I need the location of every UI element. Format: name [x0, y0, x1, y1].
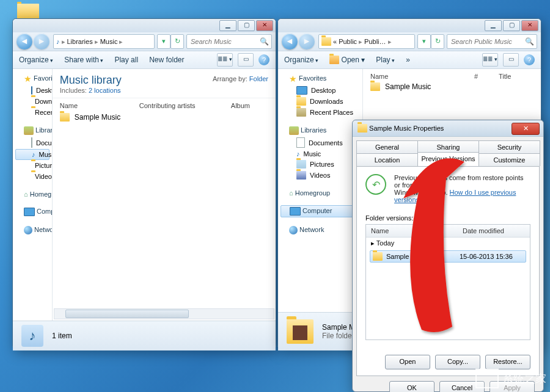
refresh-button[interactable]: ↻ — [170, 34, 184, 49]
col-date[interactable]: Date modified — [463, 227, 504, 234]
organize-menu[interactable]: Organize — [19, 56, 53, 64]
nav-documents[interactable]: Documents — [278, 136, 362, 149]
nav-favorites-header[interactable]: ★ Favorites — [13, 73, 52, 85]
arrange-by-value[interactable]: Folder — [249, 75, 268, 82]
locations-link[interactable]: 2 locations — [89, 87, 121, 94]
list-item[interactable]: Sample Music — [53, 111, 276, 124]
search-input[interactable] — [189, 37, 260, 46]
nav-videos[interactable]: Videos — [278, 170, 362, 181]
nav-network[interactable]: Network — [278, 225, 362, 236]
nav-libraries-header[interactable]: Libraries — [278, 125, 362, 136]
column-headers[interactable]: Name Contributing artists Album — [53, 98, 276, 111]
tab-security[interactable]: Security — [479, 140, 540, 153]
crumb-overflow[interactable]: « — [333, 38, 337, 45]
breadcrumb[interactable]: « Public ▸Publi… ▸ — [318, 34, 415, 49]
horizontal-scrollbar[interactable] — [54, 308, 274, 319]
tab-general[interactable]: General — [356, 140, 418, 153]
search-input[interactable] — [450, 37, 525, 46]
minimize-button[interactable]: ▁ — [485, 20, 502, 31]
nav-downloads[interactable]: Downloads — [13, 96, 52, 107]
organize-menu[interactable]: Organize — [284, 56, 318, 64]
nav-computer[interactable]: Computer — [280, 205, 360, 217]
nav-libraries-header[interactable]: Libraries — [13, 125, 52, 136]
view-mode-button[interactable]: ≣≣ — [482, 53, 498, 67]
nav-desktop[interactable]: Desktop — [13, 85, 52, 96]
nav-homegroup[interactable]: ⌂ Homegroup — [13, 189, 52, 199]
back-button[interactable]: ◄ — [282, 34, 298, 49]
maximize-button[interactable]: ▢ — [238, 20, 255, 31]
crumb-public-music[interactable]: Publi… — [364, 38, 386, 45]
back-button[interactable]: ◄ — [16, 34, 32, 49]
search-box[interactable]: 🔍 — [186, 34, 272, 49]
nav-pictures[interactable]: Pictures — [278, 159, 362, 170]
open-version-button[interactable]: Open — [385, 355, 430, 369]
nav-network[interactable]: Network — [13, 225, 52, 236]
restore-version-button[interactable]: Restore... — [485, 355, 530, 369]
group-today[interactable]: ▸ Today — [366, 238, 530, 249]
titlebar[interactable]: ▁ ▢ ✕ — [278, 19, 541, 32]
col-name[interactable]: Name — [371, 227, 463, 234]
list-item[interactable]: Sample Music — [363, 80, 541, 93]
versions-list[interactable]: Name Date modified ▸ Today Sample Music … — [365, 224, 530, 340]
search-box[interactable]: 🔍 — [447, 34, 537, 49]
nav-favorites-header[interactable]: ★ Favorites — [278, 73, 362, 85]
status-title: Sample M — [322, 323, 355, 332]
nav-music[interactable]: ♪Music — [278, 149, 362, 159]
tab-location[interactable]: Location — [356, 153, 418, 166]
version-row[interactable]: Sample Music 15-06-2013 15:36 — [370, 250, 526, 263]
history-dropdown[interactable]: ▾ — [417, 34, 431, 49]
nav-documents[interactable]: Documents — [13, 136, 52, 149]
nav-downloads[interactable]: Downloads — [278, 96, 362, 107]
tab-sharing[interactable]: Sharing — [417, 140, 479, 153]
maximize-button[interactable]: ▢ — [503, 20, 520, 31]
play-all-button[interactable]: Play all — [114, 56, 138, 64]
forward-button[interactable]: ► — [299, 34, 315, 49]
minimize-button[interactable]: ▁ — [219, 20, 237, 31]
tab-previous-versions[interactable]: Previous Versions — [417, 152, 479, 166]
titlebar[interactable]: ▁ ▢ ✕ — [13, 19, 276, 32]
breadcrumb[interactable]: ♪ ▸Libraries ▸Music ▸ — [53, 34, 155, 49]
new-folder-button[interactable]: New folder — [149, 56, 184, 64]
col-title[interactable]: Title — [499, 73, 511, 80]
nav-desktop[interactable]: Desktop — [278, 85, 362, 96]
tab-customize[interactable]: Customize — [479, 153, 540, 166]
nav-videos[interactable]: Videos — [13, 171, 52, 182]
copy-version-button[interactable]: Copy... — [435, 355, 480, 369]
close-button[interactable]: ✕ — [256, 20, 273, 31]
column-headers[interactable]: Name # Title — [363, 69, 541, 80]
help-icon[interactable]: ? — [524, 54, 535, 65]
close-button[interactable]: ✕ — [512, 123, 540, 135]
close-button[interactable]: ✕ — [521, 20, 538, 31]
nav-homegroup[interactable]: ⌂ Homegroup — [278, 188, 362, 198]
crumb-music[interactable]: Music — [100, 38, 118, 45]
nav-recent-places[interactable]: Recent Places — [278, 107, 362, 118]
crumb-libraries[interactable]: Libraries — [67, 38, 93, 45]
col-name[interactable]: Name — [370, 73, 474, 80]
share-with-menu[interactable]: Share with — [64, 56, 103, 64]
col-album[interactable]: Album — [231, 102, 268, 109]
help-icon[interactable]: ? — [258, 54, 270, 65]
col-name[interactable]: Name — [60, 102, 139, 109]
view-mode-button[interactable]: ≣≣ — [217, 53, 233, 67]
folder-icon — [321, 37, 331, 46]
ok-button[interactable]: OK — [389, 381, 435, 392]
preview-pane-button[interactable]: ▭ — [238, 53, 254, 67]
col-number[interactable]: # — [474, 73, 499, 80]
forward-button[interactable]: ► — [34, 34, 50, 49]
nav-recent-places[interactable]: Recent Places — [13, 107, 52, 118]
open-button[interactable]: Open ▾ — [329, 56, 365, 65]
nav-music[interactable]: ♪Music — [15, 149, 50, 160]
preview-pane-button[interactable]: ▭ — [503, 53, 519, 67]
nav-computer[interactable]: Computer — [13, 206, 52, 217]
folder-icon — [370, 82, 380, 91]
more-button[interactable]: » — [406, 56, 410, 64]
nav-pictures[interactable]: Pictures — [13, 160, 52, 171]
col-artists[interactable]: Contributing artists — [139, 102, 231, 109]
history-dropdown[interactable]: ▾ — [157, 34, 170, 49]
refresh-button[interactable]: ↻ — [431, 34, 444, 49]
scrollbar-thumb[interactable] — [65, 310, 189, 318]
list-header[interactable]: Name Date modified — [366, 225, 530, 238]
crumb-public[interactable]: Public — [339, 38, 357, 45]
play-menu[interactable]: Play — [376, 56, 395, 64]
dialog-titlebar[interactable]: Sample Music Properties ✕ — [353, 120, 543, 137]
